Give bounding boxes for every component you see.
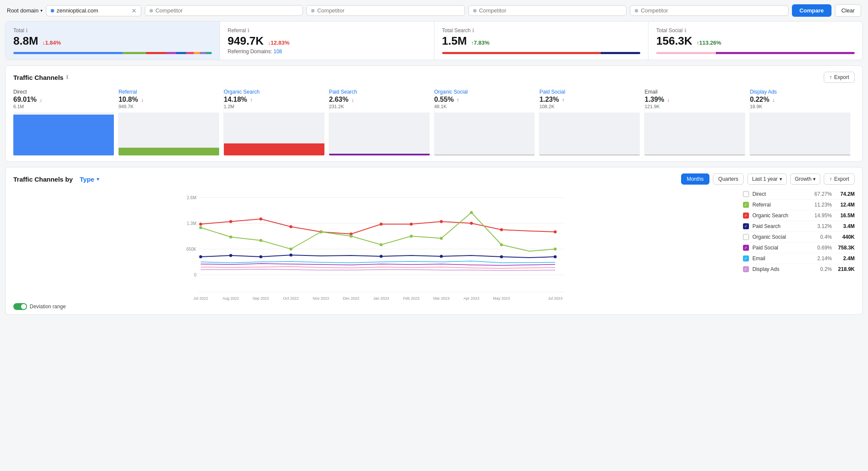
- deviation-row: Deviation range: [13, 303, 736, 310]
- legend-label: Display Ads: [752, 266, 811, 272]
- channel-count: 231.2K: [329, 104, 430, 109]
- upload-icon-chart: ↑: [829, 176, 832, 182]
- root-domain-button[interactable]: Root domain ▾: [7, 7, 43, 14]
- channel-col-6: Email 1.39% ↓ 121.9K: [645, 89, 750, 155]
- competitor-field-1[interactable]: [156, 7, 298, 14]
- svg-point-45: [199, 255, 202, 258]
- svg-point-29: [440, 220, 443, 223]
- metric-referral: Referral ℹ 949.7K ↓12.83% Referring Doma…: [220, 21, 434, 60]
- channel-bar-fill: [119, 148, 219, 155]
- legend-check[interactable]: ✓: [743, 266, 749, 272]
- channel-bar: [13, 112, 114, 155]
- legend-pct: 3.12%: [815, 223, 832, 229]
- close-icon[interactable]: ✕: [131, 7, 137, 14]
- months-button[interactable]: Months: [681, 173, 709, 185]
- channel-name[interactable]: Paid Social: [539, 89, 640, 95]
- svg-text:Jan 2023: Jan 2023: [373, 296, 389, 301]
- channel-arrow: ↓: [141, 97, 144, 103]
- svg-point-40: [410, 235, 413, 238]
- metric-total-search: Total Search ℹ 1.5M ↑7.83%: [434, 21, 649, 60]
- chevron-down-icon-type[interactable]: ▾: [97, 176, 99, 182]
- info-icon-search[interactable]: ℹ: [472, 27, 474, 33]
- deviation-toggle[interactable]: [13, 303, 27, 310]
- legend-val: 2.4M: [835, 255, 855, 261]
- channel-count: 121.9K: [645, 104, 745, 109]
- quarters-button[interactable]: Quarters: [713, 173, 744, 185]
- svg-point-28: [410, 223, 413, 226]
- last-year-dropdown[interactable]: Last 1 year ▾: [747, 173, 786, 185]
- svg-point-44: [554, 248, 557, 251]
- legend-label: Email: [752, 255, 811, 261]
- type-dropdown[interactable]: Type: [80, 176, 95, 183]
- chart-export-button[interactable]: ↑ Export: [824, 173, 855, 185]
- metric-referral-label: Referral ℹ: [228, 27, 426, 33]
- legend-item-7: ✓ Display Ads 0.2% 218.9K: [743, 264, 855, 274]
- growth-dropdown[interactable]: Growth ▾: [790, 173, 821, 185]
- metrics-row: Total ℹ 8.8M ↓1.84% Referral ℹ 949.7K ↓1…: [5, 21, 863, 60]
- competitor-field-4[interactable]: [641, 7, 783, 14]
- metric-social-bar: [656, 52, 855, 54]
- metric-referral-sub: Referring Domains: 108: [228, 49, 426, 55]
- channel-bar: [224, 112, 324, 155]
- metric-search-label: Total Search ℹ: [442, 27, 641, 33]
- competitor-field-2[interactable]: [317, 7, 460, 14]
- traffic-by-type-section: Traffic Channels by Type ▾ Months Quarte…: [5, 167, 863, 315]
- svg-point-46: [229, 254, 232, 257]
- info-icon-social[interactable]: ℹ: [685, 27, 687, 33]
- domain-dot: [51, 9, 54, 12]
- svg-text:Sep 2022: Sep 2022: [253, 296, 269, 301]
- clear-button[interactable]: Clear: [835, 4, 861, 17]
- legend-check[interactable]: ✓: [743, 202, 749, 208]
- legend-label: Paid Social: [752, 245, 811, 251]
- info-icon-referral[interactable]: ℹ: [248, 27, 250, 33]
- domain-input[interactable]: [57, 7, 129, 14]
- legend-check[interactable]: [743, 234, 749, 240]
- svg-point-38: [350, 235, 353, 238]
- competitor-input-2[interactable]: [306, 5, 465, 16]
- channel-col-2: Organic Search 14.18% ↑ 1.2M: [224, 89, 329, 155]
- channel-bar-fill: [329, 154, 430, 155]
- info-icon-channels[interactable]: ℹ: [66, 74, 68, 80]
- svg-point-33: [199, 226, 202, 229]
- competitor-dot-4: [635, 9, 638, 12]
- legend-check[interactable]: ✓: [743, 213, 749, 219]
- info-icon-total[interactable]: ℹ: [26, 27, 28, 33]
- legend-item-4: Organic Social 0.4% 440K: [743, 232, 855, 243]
- channels-export-button[interactable]: ↑ Export: [824, 72, 855, 83]
- svg-point-24: [290, 225, 293, 228]
- competitor-dot-2: [311, 9, 315, 12]
- svg-point-39: [380, 243, 383, 246]
- legend-item-3: ✓ Paid Search 3.12% 3.4M: [743, 221, 855, 232]
- channel-col-4: Organic Social 0.55% ↑ 48.1K: [434, 89, 540, 155]
- competitor-input-3[interactable]: [468, 5, 627, 16]
- legend-check[interactable]: ✓: [743, 223, 749, 229]
- competitor-input-1[interactable]: [145, 5, 303, 16]
- channel-arrow: ↓: [667, 97, 669, 103]
- legend-item-2: ✓ Organic Search 14.95% 16.5M: [743, 210, 855, 221]
- competitor-field-3[interactable]: [479, 7, 622, 14]
- channel-name[interactable]: Organic Search: [224, 89, 324, 95]
- top-bar: Root domain ▾ ✕ Compare Clear: [0, 0, 868, 21]
- channel-pct: 0.22%: [750, 96, 769, 103]
- metric-search-change: ↑7.83%: [471, 40, 489, 46]
- svg-point-52: [554, 255, 557, 258]
- channel-name[interactable]: Referral: [119, 89, 219, 95]
- metric-search-value: 1.5M: [442, 34, 467, 47]
- svg-text:2.6M: 2.6M: [187, 195, 196, 200]
- channel-bar: [750, 112, 850, 155]
- compare-button[interactable]: Compare: [792, 4, 831, 17]
- svg-text:Mar 2023: Mar 2023: [433, 296, 449, 301]
- svg-point-42: [470, 211, 473, 214]
- legend-check[interactable]: ✓: [743, 255, 749, 261]
- svg-point-30: [470, 222, 473, 225]
- legend-check[interactable]: ✓: [743, 245, 749, 251]
- channel-bar-fill: [434, 155, 535, 155]
- chart-header: Traffic Channels by Type ▾ Months Quarte…: [13, 173, 855, 185]
- competitor-input-4[interactable]: [630, 5, 788, 16]
- legend-check[interactable]: [743, 191, 749, 197]
- legend-val: 12.4M: [835, 202, 855, 208]
- channel-name[interactable]: Organic Social: [434, 89, 535, 95]
- channel-name[interactable]: Paid Search: [329, 89, 430, 95]
- legend-val: 16.5M: [835, 213, 855, 219]
- channel-name[interactable]: Display Ads: [750, 89, 850, 95]
